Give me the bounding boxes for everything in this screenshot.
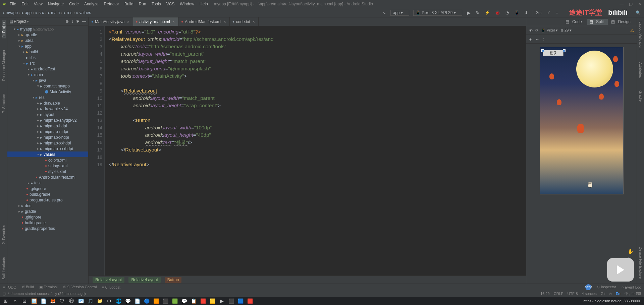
tree-toggle[interactable]: ▸ — [36, 118, 40, 122]
selection-handle-icon[interactable] — [541, 49, 544, 52]
pan-icon[interactable]: ↔ — [535, 37, 539, 42]
tree-toggle[interactable]: ▾ — [31, 96, 36, 99]
crumb-res[interactable]: ▸res — [64, 10, 72, 15]
warning-badge-icon[interactable]: ⚠ — [630, 28, 634, 33]
close-tab-icon[interactable]: × — [223, 19, 227, 24]
target-icon[interactable]: ⊕ — [65, 19, 69, 24]
app-icon[interactable]: 🟥 — [246, 297, 254, 305]
project-label[interactable]: Project — [14, 19, 26, 24]
tool-build-variants[interactable]: Build Variants — [2, 256, 6, 281]
sdk-manager-icon[interactable]: ⬇ — [524, 10, 529, 16]
code-editor[interactable]: <?xml version="1.0" encoding="utf-8"?> <… — [105, 26, 526, 276]
app-icon[interactable]: 🟥 — [199, 297, 207, 305]
design-tab-design[interactable]: ▤ Design — [609, 19, 635, 25]
app-icon[interactable]: 📧 — [76, 297, 85, 305]
app-icon[interactable]: 🦊 — [48, 297, 57, 305]
tool-structure[interactable]: 7: Structure — [2, 93, 6, 114]
tree-toggle[interactable]: ▸ — [36, 101, 40, 105]
tree-toggle[interactable]: ▸ — [17, 209, 21, 213]
maximize-icon[interactable]: ▢ — [629, 2, 633, 6]
git-branch[interactable]: Git — [601, 292, 605, 296]
close-icon[interactable]: ✕ — [638, 2, 641, 6]
app-icon[interactable]: 💬 — [180, 297, 189, 305]
tree-toggle[interactable]: ▸ — [36, 135, 40, 139]
crumb-relativelayout-2[interactable]: RelativeLayout — [128, 277, 160, 283]
app-icon[interactable]: 🔵 — [142, 297, 151, 305]
tab-MainActivity-java[interactable]: ●MainActivity.java× — [89, 17, 133, 26]
indent[interactable]: 4 spaces — [582, 292, 597, 296]
tool-terminal[interactable]: ▣ Terminal — [39, 285, 57, 289]
tree-drawable[interactable]: ▸▸drawable — [7, 100, 88, 106]
sort-icon[interactable]: ↕ — [71, 19, 73, 24]
collapse-icon[interactable]: — — [82, 19, 86, 24]
device-select[interactable]: 📱 Pixel 3 XL API 29 ▾ — [413, 10, 462, 16]
crumb-src[interactable]: ▸src — [36, 10, 44, 15]
tree--gitignore[interactable]: ●.gitignore — [7, 214, 88, 220]
menu-tools[interactable]: Tools — [150, 1, 163, 7]
apply-changes-icon[interactable]: ↻ — [475, 10, 480, 16]
menu-view[interactable]: View — [32, 1, 45, 7]
crumb-myapp[interactable]: ▸myapp — [3, 10, 18, 15]
tree-toggle[interactable]: ▾ — [26, 73, 31, 76]
app-icon[interactable]: 🪟 — [30, 297, 38, 305]
minimize-icon[interactable]: — — [620, 2, 624, 6]
design-canvas[interactable]: 登录 你是遥远的明月 我在每一个思念你的夜 ✋ + − 1:1 ▢ — [526, 44, 637, 284]
tree-test[interactable]: ▸▸test — [7, 180, 88, 186]
menu-refactor[interactable]: Refactor — [102, 1, 121, 7]
tab-AndroidManifest-xml[interactable]: ●AndroidManifest.xml× — [178, 17, 230, 26]
menu-navigate[interactable]: Navigate — [46, 1, 66, 7]
tree-mipmap-hdpi[interactable]: ▸▸mipmap-hdpi — [7, 123, 88, 129]
tree-src[interactable]: ▾▸src — [7, 60, 88, 66]
menu-edit[interactable]: Edit — [19, 1, 31, 7]
app-icon[interactable]: 📄 — [39, 297, 48, 305]
tree-toggle[interactable]: ▾ — [36, 84, 40, 88]
search-icon[interactable]: ○ — [11, 297, 19, 305]
tree-myapp[interactable]: ▾▸myapp E:\ttit\myapp — [7, 26, 88, 32]
tab-code-txt[interactable]: ●code.txt× — [230, 17, 259, 26]
gear-icon[interactable]: ✱ — [76, 19, 79, 24]
menu-window[interactable]: Window — [178, 1, 196, 7]
app-icon[interactable]: Ⓝ — [67, 297, 76, 305]
app-icon[interactable]: 📄 — [133, 297, 142, 305]
project-view-icon[interactable]: ▤ — [9, 19, 13, 24]
tree-colors-xml[interactable]: ●colors.xml — [7, 157, 88, 163]
tree-toggle[interactable]: ▸ — [26, 181, 31, 185]
crumb-app[interactable]: ▸app — [22, 10, 32, 15]
menu-vcs[interactable]: VCS — [164, 1, 177, 7]
hammer-icon[interactable]: ↘ — [382, 10, 386, 16]
tool-inspector[interactable]: ⊙ Inspector — [597, 285, 616, 289]
tree-toggle[interactable]: ▸ — [17, 33, 21, 37]
taskview-icon[interactable]: ⊡ — [20, 297, 29, 305]
selection-handle-icon[interactable] — [563, 49, 566, 52]
tree-androidmanifest-xml[interactable]: ●AndroidManifest.xml — [7, 174, 88, 180]
tree-build-gradle[interactable]: ●build.gradle — [7, 191, 88, 197]
tree-app[interactable]: ▾▸app — [7, 43, 88, 49]
debug-icon[interactable]: 🐞 — [494, 10, 501, 16]
tree-mipmap-xhdpi[interactable]: ▸▸mipmap-xhdpi — [7, 134, 88, 140]
menu-build[interactable]: Build — [122, 1, 136, 7]
tree-java[interactable]: ▾▸java — [7, 77, 88, 83]
app-icon[interactable]: 🎵 — [86, 297, 95, 305]
tree-mipmap-xxhdpi[interactable]: ▸▸mipmap-xxhdpi — [7, 140, 88, 146]
menu-file[interactable]: File — [8, 1, 18, 7]
tree-androidtest[interactable]: ▸▸androidTest — [7, 66, 88, 72]
tree-toggle[interactable]: ▸ — [36, 141, 40, 145]
menu-run[interactable]: Run — [137, 1, 148, 7]
tool-favorites[interactable]: 2: Favorites — [2, 224, 6, 245]
orientation-icon[interactable]: ⟳ — [535, 28, 538, 33]
tree-toggle[interactable]: ▾ — [36, 152, 40, 156]
design-tab-split[interactable]: ▤ Split — [587, 19, 608, 25]
crumb-values[interactable]: ▸values — [76, 10, 91, 15]
close-tab-icon[interactable]: × — [172, 19, 175, 24]
tool-todo[interactable]: ≡ TODO — [3, 285, 16, 289]
tree-strings-xml[interactable]: ●strings.xml — [7, 163, 88, 169]
close-tab-icon[interactable]: × — [126, 19, 130, 24]
tool-build[interactable]: ↺ Build — [22, 285, 34, 289]
eye-icon[interactable]: 👁 — [529, 28, 533, 33]
close-tab-icon[interactable]: × — [252, 19, 256, 24]
run-icon[interactable]: ▶ — [466, 9, 471, 16]
menu-analyze[interactable]: Analyze — [82, 1, 101, 7]
app-icon[interactable]: 🟩 — [170, 297, 179, 305]
tool-layout-validation[interactable]: Layout Validation — [639, 20, 643, 51]
tool-project[interactable]: 1: Project — [2, 20, 6, 38]
